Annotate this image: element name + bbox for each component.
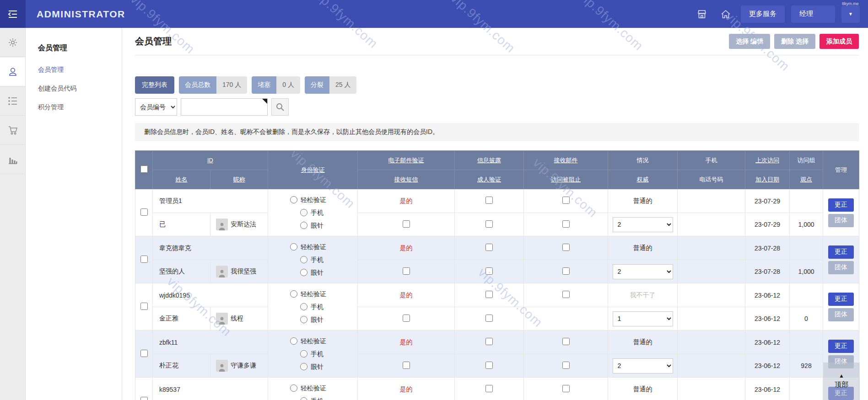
sort-authority[interactable]: 权威 — [637, 176, 649, 183]
sort-access-blocked[interactable]: 访问被阻止 — [551, 176, 581, 183]
access-blocked-checkbox[interactable] — [562, 362, 570, 369]
store-icon[interactable] — [693, 5, 711, 23]
auth-mobile-radio[interactable] — [300, 256, 307, 263]
cell-identity-verify: 轻松验证 手机 眼针 — [268, 331, 358, 378]
receive-mail-checkbox[interactable] — [562, 244, 570, 251]
info-disclosure-checkbox[interactable] — [485, 244, 493, 251]
filter-blocked[interactable]: 堵塞 0 人 — [252, 76, 300, 94]
sms-checkbox[interactable] — [403, 362, 410, 369]
auth-easy-radio[interactable] — [290, 337, 297, 345]
more-services-button[interactable]: 更多服务 — [741, 5, 785, 23]
row-select-checkbox[interactable] — [140, 256, 148, 263]
app-brand: ADMINISTRATOR — [37, 0, 125, 28]
sidebar-item-member-management[interactable]: 会员管理 — [38, 66, 122, 74]
rail-item-members[interactable] — [0, 57, 25, 86]
info-disclosure-checkbox[interactable] — [485, 197, 493, 204]
sort-email-verify[interactable]: 电子邮件验证 — [388, 157, 424, 164]
select-all-checkbox[interactable] — [140, 165, 148, 173]
info-disclosure-checkbox[interactable] — [485, 338, 493, 345]
sort-join-date[interactable]: 加入日期 — [755, 176, 779, 183]
filter-total-members[interactable]: 会员总数 170 人 — [179, 76, 247, 94]
receive-mail-checkbox[interactable] — [562, 291, 570, 298]
adult-verify-checkbox[interactable] — [485, 267, 493, 275]
auth-mobile-radio[interactable] — [300, 350, 307, 357]
auth-easy-radio[interactable] — [290, 243, 297, 251]
auth-ipin-radio[interactable] — [300, 269, 307, 276]
sort-identity[interactable]: 身份验证 — [301, 166, 325, 173]
sidebar-item-points-management[interactable]: 积分管理 — [38, 103, 122, 112]
correct-button[interactable]: 更正 — [828, 340, 854, 353]
cell-mobile — [678, 236, 745, 260]
sidebar-item-create-member-code[interactable]: 创建会员代码 — [38, 85, 122, 93]
search-bar: 会员编号 — [135, 98, 859, 116]
rail-item-list[interactable] — [0, 86, 25, 116]
account-dropdown-button[interactable]: ▼ — [841, 5, 860, 23]
sms-checkbox[interactable] — [403, 267, 410, 275]
correct-button[interactable]: 更正 — [828, 198, 854, 212]
authority-select[interactable]: 1 — [613, 311, 673, 326]
search-button[interactable] — [271, 98, 289, 116]
row-select-checkbox[interactable] — [140, 303, 148, 310]
delete-selected-button[interactable]: 删除 选择 — [774, 34, 815, 49]
search-input[interactable] — [181, 98, 268, 116]
sort-adult-verify[interactable]: 成人验证 — [477, 176, 501, 183]
sort-last-visit[interactable]: 上次访问 — [755, 157, 779, 164]
sms-checkbox[interactable] — [403, 315, 410, 322]
authority-select[interactable]: 2 — [613, 217, 673, 232]
filter-split[interactable]: 分裂 25 人 — [305, 76, 356, 94]
rail-item-settings[interactable] — [0, 28, 25, 57]
correct-button[interactable]: 更正 — [828, 293, 854, 306]
sort-info-disclosure[interactable]: 信息披露 — [477, 157, 501, 164]
search-field-select[interactable]: 会员编号 — [135, 98, 177, 116]
select-edit-button[interactable]: 选择 编辑 — [729, 34, 770, 49]
auth-mobile-radio[interactable] — [300, 209, 307, 216]
add-member-button[interactable]: 添加成员 — [819, 34, 859, 49]
sort-id[interactable]: ID — [207, 157, 213, 164]
adult-verify-checkbox[interactable] — [485, 315, 493, 322]
auth-mobile-radio[interactable] — [300, 303, 307, 310]
group-button[interactable]: 团体 — [828, 261, 854, 274]
filter-full-list-button[interactable]: 完整列表 — [135, 76, 174, 94]
cell-authority: 2 — [608, 354, 678, 378]
auth-ipin-radio[interactable] — [300, 316, 307, 323]
correct-button[interactable]: 更正 — [828, 245, 854, 259]
auth-mobile-radio[interactable] — [300, 397, 307, 400]
auth-ipin-radio[interactable] — [300, 222, 307, 229]
receive-mail-checkbox[interactable] — [562, 385, 570, 392]
sort-nickname[interactable]: 昵称 — [233, 176, 245, 183]
group-button[interactable]: 团体 — [828, 308, 854, 321]
info-disclosure-checkbox[interactable] — [485, 385, 493, 392]
sms-checkbox[interactable] — [403, 220, 410, 228]
row-select-checkbox[interactable] — [140, 350, 148, 357]
receive-mail-checkbox[interactable] — [562, 197, 570, 204]
sort-name[interactable]: 姓名 — [176, 176, 188, 183]
info-disclosure-checkbox[interactable] — [485, 291, 493, 298]
adult-verify-checkbox[interactable] — [485, 220, 493, 228]
home-icon[interactable] — [717, 5, 734, 23]
cell-select — [135, 189, 153, 236]
access-blocked-checkbox[interactable] — [562, 220, 570, 228]
sort-sms[interactable]: 接收短信 — [394, 176, 418, 183]
sort-receive-mail[interactable]: 接收邮件 — [554, 157, 578, 164]
header-nickname: 昵称 — [210, 170, 268, 189]
auth-ipin-radio[interactable] — [300, 363, 307, 370]
back-to-top-button[interactable]: ▲ 顶部 — [823, 363, 860, 400]
sidebar-heading: 会员管理 — [38, 43, 122, 53]
row-select-checkbox[interactable] — [140, 397, 148, 400]
auth-easy-radio[interactable] — [290, 196, 297, 203]
receive-mail-checkbox[interactable] — [562, 338, 570, 345]
auth-easy-radio[interactable] — [290, 290, 297, 298]
sidebar-collapse-button[interactable] — [0, 0, 26, 28]
authority-select[interactable]: 2 — [613, 264, 673, 279]
rail-item-orders[interactable] — [0, 116, 25, 145]
adult-verify-checkbox[interactable] — [485, 362, 493, 369]
cell-email-verified: 是的 — [358, 331, 455, 354]
rail-item-statistics[interactable] — [0, 145, 25, 174]
row-select-checkbox[interactable] — [140, 208, 148, 216]
sort-views[interactable]: 观点 — [800, 176, 812, 183]
auth-easy-radio[interactable] — [290, 384, 297, 392]
access-blocked-checkbox[interactable] — [562, 267, 570, 275]
authority-select[interactable]: 2 — [613, 358, 673, 373]
group-button[interactable]: 团体 — [828, 214, 854, 227]
manager-button[interactable]: 经理 — [791, 5, 835, 23]
